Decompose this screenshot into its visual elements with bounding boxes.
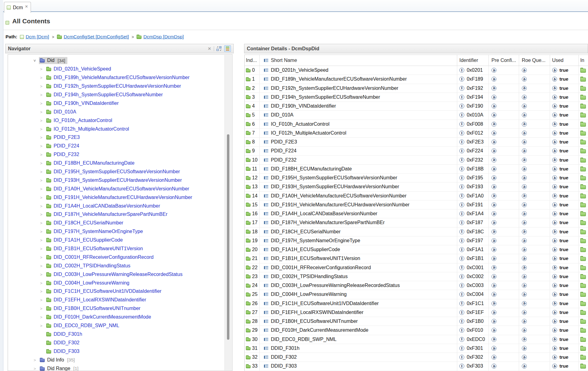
tree-item[interactable]: >Did Range[1] <box>8 364 224 371</box>
roe-queue-cell[interactable]: b <box>519 120 550 128</box>
pre-configured-cell[interactable]: b <box>489 272 519 281</box>
short-name-cell[interactable]: DDID_F302 <box>260 353 457 361</box>
info-cell[interactable] <box>579 182 588 191</box>
used-cell[interactable]: btrue <box>550 335 579 344</box>
pre-configured-cell[interactable]: b <box>489 254 519 263</box>
table-row-25[interactable]: 25DID_C004H_LowPressureWarningI0xC004bbb… <box>245 290 588 299</box>
tree-item[interactable]: >DID_010A <box>8 108 224 116</box>
chevron-right-icon[interactable]: > <box>32 358 37 362</box>
pre-configured-cell[interactable]: b <box>489 174 519 182</box>
chevron-right-icon[interactable]: > <box>39 264 43 268</box>
info-cell[interactable] <box>579 326 588 335</box>
roe-queue-cell[interactable]: b <box>519 335 550 344</box>
identifier-cell[interactable]: I0xC004 <box>457 290 489 299</box>
table-row-28[interactable]: 28DID_F1B0H_ECUSoftwareUNITnumberI0xF1B0… <box>245 317 588 326</box>
used-cell[interactable]: btrue <box>550 308 579 317</box>
identifier-cell[interactable]: I0xF2E3 <box>457 138 489 146</box>
pre-configured-cell[interactable]: b <box>489 102 519 110</box>
info-cell[interactable] <box>579 129 588 137</box>
pre-configured-cell[interactable]: b <box>489 228 519 236</box>
pre-configured-cell[interactable]: b <box>489 263 519 272</box>
pre-configured-cell[interactable]: b <box>489 84 519 93</box>
info-cell[interactable] <box>579 120 588 128</box>
info-cell[interactable] <box>579 84 588 93</box>
used-cell[interactable]: btrue <box>550 218 579 227</box>
short-name-cell[interactable]: DID_F195H_SystemSupplierECUSoftwareVersi… <box>260 174 457 182</box>
short-name-cell[interactable]: DID_F1A1H_ECUSupplierCode <box>260 245 457 254</box>
used-cell[interactable]: btrue <box>550 165 579 173</box>
tree-item[interactable]: >Did[34] <box>8 56 224 65</box>
tree-item[interactable]: >DID_F190h_VINDataIdentifier <box>8 99 224 108</box>
table-row-6[interactable]: 6IO_F010h_ActuatorControlI0xF008bbbtrue <box>245 120 588 129</box>
chevron-down-icon[interactable]: > <box>32 58 37 63</box>
pre-configured-cell[interactable]: b <box>489 245 519 254</box>
identifier-cell[interactable]: I0xF010 <box>457 326 489 335</box>
used-cell[interactable]: btrue <box>550 84 579 93</box>
short-name-cell[interactable]: DID_F191H_VehicleManufacturerECUHardware… <box>260 201 457 209</box>
close-icon[interactable]: × <box>207 46 212 51</box>
pre-configured-cell[interactable]: b <box>489 317 519 326</box>
identifier-cell[interactable]: I0xC001 <box>457 263 489 272</box>
table-row-7[interactable]: 7IO_F012h_MultipleActuatorControlI0xF012… <box>245 129 588 138</box>
short-name-cell[interactable]: DID_F193H_SystemSupplierECUHardwareVersi… <box>260 182 457 191</box>
chevron-right-icon[interactable]: > <box>39 238 43 243</box>
short-name-cell[interactable]: DID_C003H_LowPressureWarningReleaseRecor… <box>260 281 457 290</box>
used-cell[interactable]: btrue <box>550 138 579 146</box>
pre-configured-cell[interactable]: b <box>489 129 519 137</box>
identifier-cell[interactable]: I0xF303 <box>457 362 489 370</box>
short-name-cell[interactable]: DID_F1B1H_ECUSoftwareUNIT1Version <box>260 254 457 263</box>
roe-queue-cell[interactable]: b <box>519 102 550 110</box>
column-header-6[interactable]: In <box>579 55 588 66</box>
info-cell[interactable] <box>579 111 588 119</box>
identifier-cell[interactable]: I0xC003 <box>457 281 489 290</box>
tree-item[interactable]: >Did Info[35] <box>8 356 224 364</box>
short-name-cell[interactable]: DID_C004H_LowPressureWarning <box>260 290 457 299</box>
short-name-cell[interactable]: DID_F190h_VINDataIdentifier <box>260 102 457 110</box>
pre-configured-cell[interactable]: b <box>489 93 519 101</box>
pre-configured-cell[interactable]: b <box>489 335 519 344</box>
short-name-cell[interactable]: DID_F1C1H_ECUSoftwareUnit1IVDDataIdentif… <box>260 299 457 308</box>
info-cell[interactable] <box>579 272 588 281</box>
chevron-right-icon[interactable]: > <box>39 212 43 217</box>
identifier-cell[interactable]: I0xC002 <box>457 272 489 281</box>
short-name-cell[interactable]: DID_EDC0_RDBI_SWP_NML <box>260 335 457 344</box>
table-row-13[interactable]: 13DID_F193H_SystemSupplierECUHardwareVer… <box>245 182 588 191</box>
chevron-right-icon[interactable]: > <box>39 135 43 140</box>
chevron-right-icon[interactable]: > <box>39 93 43 97</box>
roe-queue-cell[interactable]: b <box>519 281 550 290</box>
pre-configured-cell[interactable]: b <box>489 201 519 209</box>
pre-configured-cell[interactable]: b <box>489 218 519 227</box>
used-cell[interactable]: btrue <box>550 290 579 299</box>
roe-queue-cell[interactable]: b <box>519 201 550 209</box>
table-row-11[interactable]: 11DID_F18BH_ECUManufacturingDateI0xF18Bb… <box>245 165 588 174</box>
tree-item[interactable]: >DID_F18CH_ECUSerialNumber <box>8 219 224 228</box>
column-header-1[interactable]: Short Name <box>260 55 457 66</box>
column-header-3[interactable]: Pre Confi... <box>489 55 519 66</box>
chevron-right-icon[interactable]: > <box>39 221 43 225</box>
tab-close-icon[interactable]: × <box>25 4 28 9</box>
identifier-cell[interactable]: I0xF190 <box>457 102 489 110</box>
roe-queue-cell[interactable]: b <box>519 317 550 326</box>
column-header-5[interactable]: Used <box>550 55 579 66</box>
chevron-right-icon[interactable]: > <box>39 229 43 234</box>
info-cell[interactable] <box>579 362 588 370</box>
used-cell[interactable]: btrue <box>550 174 579 182</box>
roe-queue-cell[interactable]: b <box>519 165 550 173</box>
roe-queue-cell[interactable]: b <box>519 111 550 119</box>
tree-item[interactable]: >DID_F18BH_ECUManufacturingDate <box>8 159 224 168</box>
info-cell[interactable] <box>579 174 588 182</box>
info-cell[interactable] <box>579 192 588 200</box>
column-header-0[interactable]: Ind... <box>245 55 260 66</box>
navigator-scrollbar-thumb[interactable] <box>227 134 229 340</box>
table-row-19[interactable]: 19DID_F197H_SystemNameOrEngineTypeI0xF19… <box>245 236 588 245</box>
used-cell[interactable]: btrue <box>550 147 579 155</box>
identifier-cell[interactable]: I0xF1B1 <box>457 254 489 263</box>
table-row-14[interactable]: 14DID_F1A0H_VehicleManufactureECUSoftwar… <box>245 192 588 201</box>
used-cell[interactable]: btrue <box>550 281 579 290</box>
info-cell[interactable] <box>579 75 588 83</box>
table-row-31[interactable]: 31DDID_F301hI0xF301bbbtrue <box>245 344 588 353</box>
roe-queue-cell[interactable]: b <box>519 245 550 254</box>
table-row-12[interactable]: 12DID_F195H_SystemSupplierECUSoftwareVer… <box>245 174 588 182</box>
roe-queue-cell[interactable]: b <box>519 147 550 155</box>
short-name-cell[interactable]: PDID_F2E3 <box>260 138 457 146</box>
